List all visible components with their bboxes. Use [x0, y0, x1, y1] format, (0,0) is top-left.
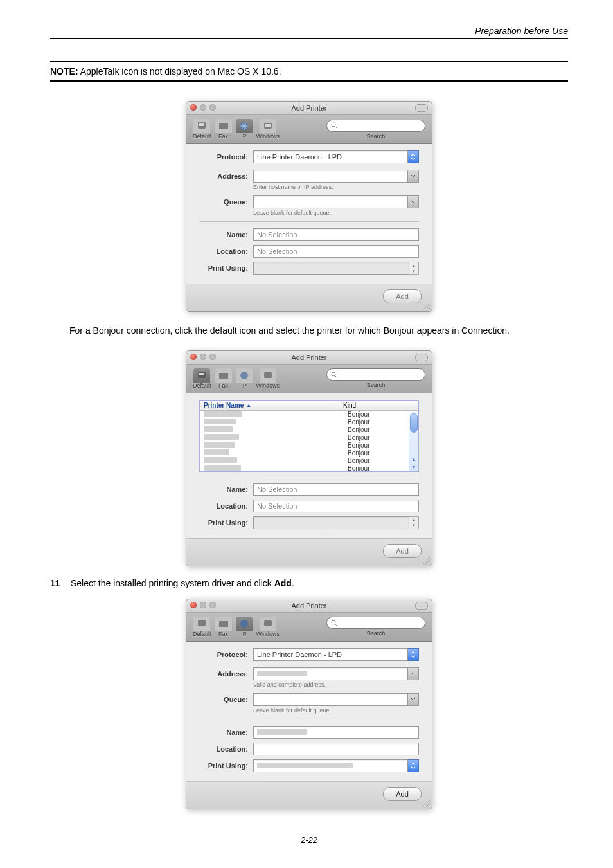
list-item[interactable]: Bonjour — [200, 411, 418, 419]
protocol-select[interactable]: Line Printer Daemon - LPD — [253, 150, 408, 163]
list-item[interactable]: Bonjour — [200, 434, 418, 442]
toolbar-pill-icon[interactable] — [415, 602, 428, 610]
step-text: Select the installed printing system dri… — [71, 578, 568, 588]
col-kind[interactable]: Kind — [339, 401, 418, 410]
close-icon[interactable] — [190, 104, 197, 111]
search-label: Search — [367, 630, 386, 637]
dialog-title: Add Printer — [291, 104, 326, 112]
queue-input[interactable] — [253, 195, 408, 208]
toolbar-pill-icon[interactable] — [415, 104, 428, 112]
list-item[interactable]: Bonjour — [200, 457, 418, 465]
list-item[interactable]: Bonjour — [200, 442, 418, 449]
tab-label: Fax — [218, 133, 228, 140]
resize-grip-icon[interactable] — [423, 557, 430, 564]
tab-windows[interactable]: Windows — [256, 368, 280, 389]
tab-ip[interactable]: IP — [236, 119, 253, 140]
tab-default[interactable]: Default — [193, 368, 211, 389]
svg-rect-5 — [265, 124, 271, 127]
close-icon[interactable] — [190, 602, 197, 608]
svg-point-17 — [240, 620, 248, 628]
toolbar-pill-icon[interactable] — [415, 354, 428, 361]
queue-hint: Leave blank for default queue. — [253, 210, 419, 216]
tab-windows[interactable]: Windows — [256, 119, 280, 140]
address-hint: Valid and complete address. — [253, 682, 419, 688]
dropdown-arrow-icon[interactable] — [408, 648, 419, 661]
history-arrow-icon[interactable] — [408, 667, 419, 680]
search-input[interactable] — [326, 617, 425, 629]
col-printer-name[interactable]: Printer Name▲ — [200, 401, 339, 410]
redacted-text — [204, 419, 236, 424]
redacted-text — [204, 449, 229, 455]
list-item[interactable]: Bonjour — [200, 426, 418, 434]
redacted-text — [257, 763, 353, 768]
redacted-text — [257, 671, 307, 676]
name-label: Name: — [199, 728, 253, 736]
svg-rect-15 — [198, 620, 206, 626]
tab-label: Default — [193, 383, 211, 389]
zoom-icon — [209, 354, 216, 360]
tab-label: IP — [241, 631, 247, 637]
tab-ip[interactable]: IP — [236, 617, 253, 637]
add-button[interactable]: Add — [383, 787, 422, 801]
list-item[interactable]: Bonjour — [200, 449, 418, 457]
body-paragraph: For a Bonjour connection, click the defa… — [50, 325, 568, 338]
history-arrow-icon[interactable] — [408, 693, 419, 706]
tab-fax[interactable]: Fax — [215, 119, 232, 140]
kind-cell: Bonjour — [348, 419, 418, 426]
svg-line-7 — [335, 126, 337, 128]
name-field: No Selection — [253, 483, 419, 496]
address-hint: Enter host name or IP address. — [253, 184, 419, 190]
history-arrow-icon[interactable] — [408, 195, 419, 208]
svg-rect-2 — [219, 123, 228, 129]
tab-label: Fax — [218, 383, 228, 389]
tab-windows[interactable]: Windows — [256, 617, 280, 637]
location-field: No Selection — [253, 245, 419, 258]
tab-fax[interactable]: Fax — [215, 617, 232, 637]
queue-label: Queue: — [199, 198, 253, 206]
address-input[interactable] — [253, 667, 408, 680]
tab-fax[interactable]: Fax — [215, 368, 232, 389]
scrollbar[interactable]: ▲ ▼ — [409, 412, 418, 471]
redacted-text — [204, 442, 235, 448]
minimize-icon — [200, 104, 206, 111]
tab-ip[interactable]: IP — [236, 368, 253, 389]
location-label: Location: — [199, 248, 253, 255]
add-printer-dialog-default: Add Printer Default Fax IP Windows — [186, 350, 432, 566]
kind-cell: Bonjour — [348, 449, 418, 457]
tab-label: Default — [193, 631, 211, 637]
protocol-select[interactable]: Line Printer Daemon - LPD — [253, 648, 408, 661]
close-icon[interactable] — [190, 354, 197, 360]
toolbar: Default Fax IP Windows Search — [186, 115, 432, 144]
dialog-title: Add Printer — [291, 354, 326, 361]
zoom-icon — [209, 104, 216, 111]
tab-label: Windows — [256, 133, 280, 140]
location-field[interactable] — [253, 743, 419, 755]
queue-input[interactable] — [253, 693, 408, 706]
svg-line-14 — [335, 375, 337, 377]
dropdown-arrow-icon[interactable] — [408, 759, 419, 772]
tab-default[interactable]: Default — [193, 617, 211, 637]
resize-grip-icon[interactable] — [423, 800, 430, 807]
kind-cell: Bonjour — [348, 426, 418, 433]
zoom-icon — [209, 602, 216, 608]
tab-label: Windows — [256, 383, 280, 389]
toolbar: Default Fax IP Windows Search — [186, 613, 432, 642]
search-input[interactable] — [326, 368, 425, 381]
printusing-select[interactable] — [253, 759, 408, 772]
kind-cell: Bonjour — [348, 434, 418, 441]
list-item[interactable]: Bonjour — [200, 419, 418, 426]
resize-grip-icon[interactable] — [423, 303, 430, 309]
address-input[interactable] — [253, 170, 408, 183]
tab-default[interactable]: Default — [193, 119, 211, 140]
name-field[interactable] — [253, 726, 419, 739]
history-arrow-icon[interactable] — [408, 170, 419, 183]
printusing-select — [253, 262, 409, 275]
redacted-text — [257, 729, 307, 735]
search-input[interactable] — [326, 120, 425, 132]
search-label: Search — [367, 133, 386, 140]
list-item[interactable]: Bonjour — [200, 465, 418, 471]
redacted-text — [204, 457, 237, 463]
dropdown-arrow-icon[interactable] — [408, 150, 419, 163]
printer-list[interactable]: Printer Name▲ Kind BonjourBonjourBonjour… — [199, 400, 419, 472]
printusing-label: Print Using: — [199, 762, 253, 770]
